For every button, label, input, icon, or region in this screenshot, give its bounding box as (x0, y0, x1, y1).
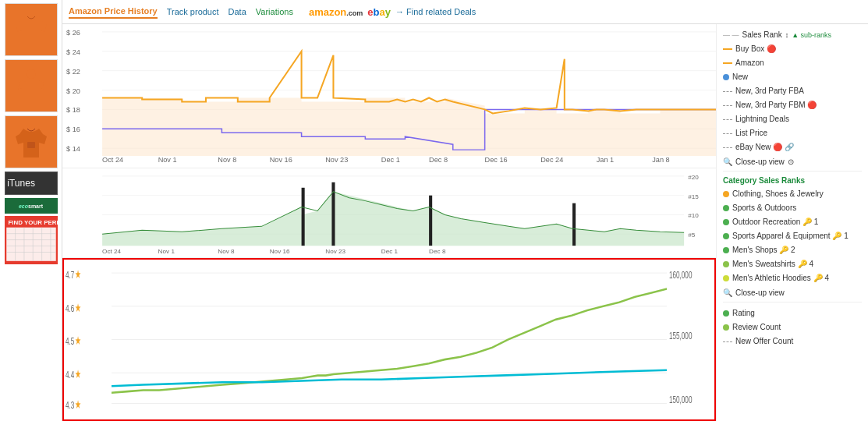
ebay-logo: ebay (367, 6, 391, 18)
svg-text:Dec 8: Dec 8 (429, 156, 448, 164)
svg-text:$ 14: $ 14 (66, 145, 80, 153)
svg-text:Dec 1: Dec 1 (381, 248, 399, 255)
legend-ebay-new: eBay New 🔴 🔗 (723, 141, 862, 154)
category-ranks-title: Category Sales Ranks (723, 176, 862, 185)
close-up-view-btn-2[interactable]: 🔍Close-up view (723, 288, 862, 297)
product-sidebar: iTunes ecosmart FIND YOUR PERFECT FIT (0, 0, 62, 421)
svg-text:Dec 16: Dec 16 (485, 156, 508, 164)
cat-sports: Sports & Outdoors (723, 202, 862, 214)
svg-text:160,000: 160,000 (669, 269, 692, 281)
svg-text:$ 26: $ 26 (66, 29, 80, 37)
svg-text:Nov 1: Nov 1 (158, 248, 175, 255)
nav-bar: Amazon Price History Track product Data … (62, 0, 868, 24)
svg-text:$ 22: $ 22 (66, 68, 80, 76)
svg-text:4.6: 4.6 (66, 302, 74, 313)
cat-mens-sweatshirts: Men's Sweatshirts 🔑 4 (723, 258, 862, 271)
svg-text:Dec 1: Dec 1 (381, 156, 400, 164)
svg-text:Nov 1: Nov 1 (158, 156, 177, 164)
svg-text:Oct 24: Oct 24 (102, 248, 122, 255)
tab-variations[interactable]: Variations (256, 5, 293, 18)
svg-rect-50 (302, 188, 305, 246)
tab-track-product[interactable]: Track product (167, 5, 219, 18)
charts-area: $ 26 $ 24 $ 22 $ 20 $ 18 $ 16 $ 14 (62, 24, 868, 421)
svg-text:Jan 8: Jan 8 (652, 156, 669, 164)
svg-text:155,000: 155,000 (669, 330, 692, 341)
svg-rect-53 (572, 203, 576, 246)
svg-text:$ 18: $ 18 (66, 106, 80, 114)
size-chart[interactable]: FIND YOUR PERFECT FIT (5, 217, 58, 264)
sub-ranks-link[interactable]: ▲ sub-ranks (792, 30, 831, 41)
legend-fba: New, 3rd Party FBA (723, 85, 862, 97)
svg-marker-29 (102, 97, 716, 156)
find-deals-link[interactable]: → Find related Deals (395, 7, 476, 16)
cat-mens-athletic: Men's Athletic Hoodies 🔑 4 (723, 272, 862, 285)
legend-amazon: Amazon (723, 57, 862, 69)
svg-text:150,000: 150,000 (669, 394, 692, 405)
svg-text:Nov 23: Nov 23 (325, 248, 345, 255)
svg-text:#10: #10 (688, 213, 699, 220)
svg-text:4.5: 4.5 (66, 335, 74, 347)
svg-rect-1 (27, 142, 35, 148)
main-content: Amazon Price History Track product Data … (62, 0, 868, 421)
svg-text:Dec 8: Dec 8 (429, 248, 446, 255)
svg-text:FIND YOUR PERFECT FIT: FIND YOUR PERFECT FIT (8, 219, 57, 226)
product-image-1[interactable] (5, 3, 58, 56)
svg-text:Nov 8: Nov 8 (218, 156, 236, 164)
svg-text:4.4: 4.4 (66, 369, 74, 380)
svg-text:4.7: 4.7 (66, 269, 74, 281)
svg-text:$ 20: $ 20 (66, 87, 80, 95)
cat-sports-apparel: Sports Apparel & Equipment 🔑 1 (723, 230, 862, 242)
svg-text:★: ★ (75, 334, 82, 348)
svg-text:Jan 1: Jan 1 (597, 156, 614, 164)
svg-text:Dec 24: Dec 24 (540, 156, 563, 164)
legend-panel: — — Sales Rank ↕ ▲ sub-ranks Buy Box 🔴 A… (716, 24, 868, 421)
svg-rect-5 (6, 228, 55, 261)
svg-text:Nov 16: Nov 16 (270, 248, 290, 255)
svg-text:#15: #15 (688, 193, 699, 200)
legend-fbm: New, 3rd Party FBM 🔴 (723, 99, 862, 111)
legend-buy-box: Buy Box 🔴 (723, 43, 862, 55)
product-image-2[interactable] (5, 59, 58, 112)
legend-rating: Rating (723, 307, 862, 320)
legend-lightning: Lightning Deals (723, 113, 862, 126)
close-up-view-btn[interactable]: 🔍Close-up view⊙ (723, 157, 862, 166)
svg-text:iTunes: iTunes (7, 178, 35, 189)
svg-marker-49 (102, 192, 684, 246)
main-container: iTunes ecosmart FIND YOUR PERFECT FIT (0, 0, 868, 421)
svg-rect-52 (429, 196, 432, 246)
svg-text:★: ★ (75, 368, 82, 381)
brand-logo-itunes: iTunes (5, 172, 58, 195)
legend-review-count: Review Count (723, 321, 862, 334)
legend-new: New (723, 71, 862, 83)
svg-text:Nov 16: Nov 16 (270, 156, 292, 164)
brand-logo-ecosmart: ecosmart (5, 198, 58, 214)
price-chart: $ 26 $ 24 $ 22 $ 20 $ 18 $ 16 $ 14 (62, 24, 716, 168)
amazon-logo: amazon.com (309, 6, 363, 18)
svg-text:★: ★ (75, 268, 82, 281)
cat-outdoor: Outdoor Recreation 🔑 1 (723, 216, 862, 228)
legend-sales-rank: — — Sales Rank ↕ ▲ sub-ranks (723, 29, 862, 41)
charts-column: $ 26 $ 24 $ 22 $ 20 $ 18 $ 16 $ 14 (62, 24, 716, 421)
tab-data[interactable]: Data (229, 5, 246, 18)
svg-text:#20: #20 (688, 174, 699, 181)
svg-text:★: ★ (75, 301, 82, 314)
svg-point-0 (27, 69, 36, 79)
svg-text:$ 16: $ 16 (66, 126, 80, 133)
rank-chart: #20 #15 #10 #5 (62, 168, 716, 258)
svg-text:$ 24: $ 24 (66, 48, 80, 56)
svg-text:#5: #5 (688, 232, 696, 239)
svg-text:Oct 24: Oct 24 (102, 156, 123, 164)
svg-text:Nov 23: Nov 23 (325, 156, 348, 164)
legend-list-price: List Price (723, 127, 862, 140)
product-image-3[interactable] (5, 115, 58, 168)
cat-mens-shops: Men's Shops 🔑 2 (723, 244, 862, 256)
rating-chart: 4.7 ★ 4.6 ★ 4.5 ★ 4.4 ★ 4.3 ★ 160,000 15… (62, 258, 716, 421)
cat-clothing: Clothing, Shoes & Jewelry (723, 188, 862, 200)
svg-text:4.3: 4.3 (66, 399, 74, 411)
svg-text:★: ★ (75, 398, 82, 412)
svg-text:Nov 8: Nov 8 (218, 248, 235, 255)
legend-new-offer-count: New Offer Count (723, 335, 862, 348)
tab-price-history[interactable]: Amazon Price History (69, 5, 158, 19)
